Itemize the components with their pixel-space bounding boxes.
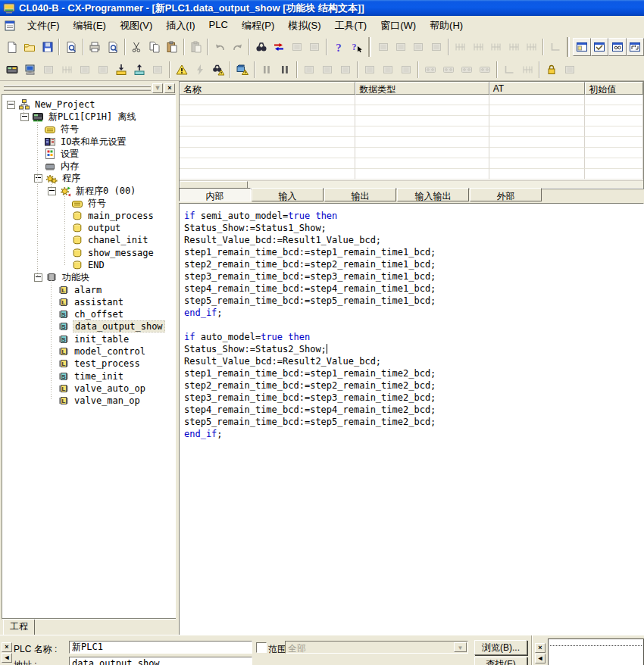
time-chart-monitor-icon[interactable] — [518, 61, 536, 79]
run-mode-icon[interactable] — [94, 61, 112, 79]
table-row[interactable] — [180, 148, 643, 158]
context-help-icon[interactable]: ? — [347, 38, 364, 56]
pause-icon[interactable] — [276, 61, 294, 79]
toggle-output-window-icon[interactable] — [591, 38, 608, 56]
paste-icon[interactable] — [164, 38, 181, 56]
tree-item-test_process[interactable]: Ltest_process — [2, 357, 175, 370]
menu-help[interactable]: 帮助(H) — [423, 16, 470, 36]
browse-button[interactable]: 浏览(B)... — [474, 640, 527, 655]
table-cell[interactable] — [355, 169, 489, 180]
table-cell[interactable] — [180, 126, 355, 137]
new-contact-icon[interactable] — [374, 38, 392, 56]
table-row[interactable] — [180, 126, 643, 137]
tree-expand-minus-icon[interactable] — [34, 174, 42, 183]
column-header-at[interactable]: AT — [489, 82, 586, 95]
work-online-icon[interactable] — [21, 61, 39, 79]
tree-expand-minus-icon[interactable] — [7, 101, 15, 109]
table-cell[interactable] — [489, 116, 586, 126]
menu-insert[interactable]: 插入(I) — [159, 16, 202, 36]
compare-with-plc-icon[interactable] — [148, 61, 167, 79]
online-edit-icon[interactable] — [191, 61, 209, 79]
table-cell[interactable] — [585, 137, 643, 148]
memory-view-icon[interactable] — [421, 61, 439, 79]
help-icon[interactable]: ? — [330, 38, 347, 56]
table-cell[interactable] — [180, 105, 355, 116]
tree-item-[interactable]: 功能块 — [2, 271, 175, 283]
cut-icon[interactable] — [128, 38, 145, 56]
tree-item-output[interactable]: output — [2, 222, 175, 234]
tab-外部[interactable]: 外部 — [470, 188, 542, 201]
transfer-program-icon[interactable] — [318, 61, 336, 79]
verify-program-icon[interactable] — [336, 61, 355, 79]
tree-item-[interactable]: 符号 — [2, 123, 175, 136]
copy-icon[interactable] — [145, 38, 163, 56]
variable-table-body[interactable] — [180, 95, 643, 180]
tree-expand-minus-icon[interactable] — [34, 273, 42, 282]
tree-item-[interactable]: 符号 — [2, 197, 175, 209]
table-cell[interactable] — [180, 158, 355, 169]
undo-icon[interactable] — [211, 38, 228, 56]
monitor-mode-icon[interactable] — [39, 61, 58, 79]
tree-item-end[interactable]: END — [2, 259, 175, 271]
new-closed-or-contact-icon[interactable] — [427, 38, 445, 56]
tree-item-init_table[interactable]: Sinit_table — [2, 333, 175, 345]
table-cell[interactable] — [489, 169, 586, 180]
table-cell[interactable] — [585, 169, 643, 180]
program-mode-icon[interactable] — [58, 61, 76, 79]
menu-file[interactable]: 文件(F) — [20, 16, 67, 36]
table-cell[interactable] — [180, 169, 355, 180]
scope-combobox[interactable]: 全部 ▼ — [285, 641, 468, 654]
open-file-icon[interactable] — [20, 38, 38, 56]
new-horizontal-line-icon[interactable] — [469, 38, 486, 56]
column-header-初始值[interactable]: 初始值 — [585, 82, 643, 95]
table-cell[interactable] — [489, 158, 586, 169]
tree-item-assistant[interactable]: Lassistant — [2, 296, 175, 308]
tree-item-[interactable]: 内存 — [2, 160, 175, 172]
mdi-child-icon[interactable] — [4, 20, 16, 32]
memory-clear-icon[interactable] — [476, 61, 494, 79]
tab-输入[interactable]: 输入 — [252, 188, 324, 201]
st-code-editor[interactable]: if semi_auto_model=true thenStatus_Show:… — [179, 203, 644, 636]
simulator-online-icon[interactable] — [3, 61, 21, 79]
table-cell[interactable] — [489, 126, 586, 137]
replace-symbol-icon[interactable] — [306, 38, 324, 56]
compile-check-icon[interactable] — [173, 61, 191, 79]
tab-输出[interactable]: 输出 — [324, 188, 396, 201]
table-cell[interactable] — [355, 158, 489, 169]
new-coil-icon[interactable] — [487, 38, 505, 56]
table-cell[interactable] — [180, 95, 355, 105]
chevron-down-icon[interactable]: ▼ — [454, 642, 467, 652]
toggle-project-window-icon[interactable] — [573, 38, 590, 56]
debug-mode-icon[interactable] — [76, 61, 94, 79]
connect-line-icon[interactable] — [546, 38, 564, 56]
close-icon[interactable]: × — [535, 643, 546, 653]
tree-item-show_message[interactable]: show_message — [2, 247, 175, 259]
find-compile-error-icon[interactable] — [209, 61, 227, 79]
project-tree[interactable]: New_Project新PLC1[CP1H] 离线符号IO表和单元设置设置内存程… — [2, 94, 176, 620]
chevron-down-icon[interactable]: ▼ — [152, 83, 163, 93]
table-cell[interactable] — [489, 95, 586, 105]
menu-simulation[interactable]: 模拟(S) — [281, 16, 327, 36]
new-file-icon[interactable] — [3, 38, 20, 56]
table-cell[interactable] — [585, 116, 643, 126]
toggle-watch-window-icon[interactable] — [608, 38, 626, 56]
menu-edit[interactable]: 编辑(E) — [67, 16, 113, 36]
tree-item-valve_man_op[interactable]: Lvalve_man_op — [2, 395, 175, 407]
menu-window[interactable]: 窗口(W) — [374, 16, 423, 36]
tree-item-io[interactable]: IO表和单元设置 — [2, 136, 175, 148]
table-row[interactable] — [180, 116, 643, 126]
output-list[interactable] — [548, 638, 644, 665]
force-off-icon[interactable] — [379, 61, 397, 79]
memory-transfer-icon[interactable] — [439, 61, 458, 79]
menu-plc[interactable]: PLC — [202, 16, 235, 36]
table-cell[interactable] — [585, 126, 643, 137]
new-closed-coil-icon[interactable] — [505, 38, 522, 56]
table-cell[interactable] — [355, 126, 489, 137]
table-row[interactable] — [180, 169, 643, 180]
tree-item-data_output_show[interactable]: Sdata_output_show — [2, 320, 175, 332]
new-closed-contact-icon[interactable] — [392, 38, 409, 56]
table-cell[interactable] — [489, 137, 586, 148]
fb-password-icon[interactable] — [542, 61, 561, 79]
table-cell[interactable] — [585, 148, 643, 158]
table-cell[interactable] — [180, 116, 355, 126]
